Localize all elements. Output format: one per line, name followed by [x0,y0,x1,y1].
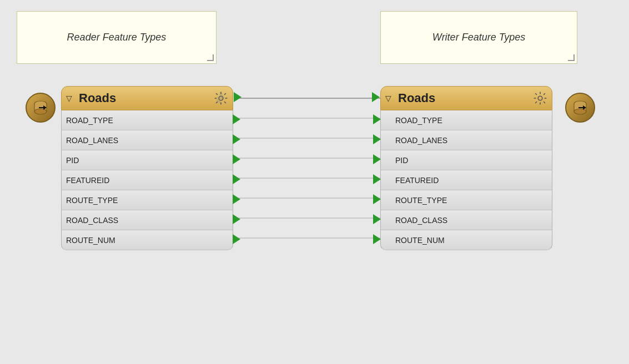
reader-attr-pid: PID [61,150,233,170]
writer-attr-label-featureid: FEATUREID [385,176,547,185]
reader-header-arrow [234,92,241,104]
writer-attr-label-road-type: ROAD_TYPE [385,116,547,125]
reader-attr-arrow-road-lanes [233,134,240,146]
writer-attr-road-type: ROAD_TYPE [380,110,552,130]
reader-database-icon[interactable] [26,93,56,123]
reader-attr-arrow-route-num [233,234,240,246]
svg-point-10 [34,109,47,114]
reader-attr-label-featureid: FEATUREID [66,176,228,185]
reader-attr-route-num: ROUTE_NUM [61,230,233,250]
reader-attr-label-road-type: ROAD_TYPE [66,116,228,125]
reader-attr-arrow-road-type [233,114,240,127]
reader-attr-label-road-class: ROAD_CLASS [66,216,228,225]
reader-gear-icon[interactable] [214,91,228,105]
writer-attr-label-route-type: ROUTE_TYPE [385,196,547,205]
writer-attr-label-road-class: ROAD_CLASS [385,216,547,225]
reader-attr-label-pid: PID [66,156,228,165]
reader-attr-road-lanes: ROAD_LANES [61,130,233,150]
writer-attr-arrow-route-type [373,194,381,206]
reader-feature-types-label: Reader Feature Types [17,11,217,64]
writer-attr-label-road-lanes: ROAD_LANES [385,136,547,145]
writer-attr-arrow-featureid [373,174,381,186]
writer-attr-arrow-route-num [373,234,381,246]
writer-block-title: Roads [394,91,533,105]
writer-collapse-icon[interactable]: ▽ [385,94,391,103]
reader-attr-label-route-num: ROUTE_NUM [66,236,228,245]
reader-attr-label-route-type: ROUTE_TYPE [66,196,228,205]
writer-gear-icon[interactable] [533,91,547,105]
reader-attr-arrow-route-type [233,194,240,206]
reader-header-text: Reader Feature Types [67,32,167,43]
writer-attr-road-lanes: ROAD_LANES [380,130,552,150]
reader-feature-header[interactable]: ▽ Roads [61,86,233,110]
writer-feature-header[interactable]: ▽ Roads [380,86,552,110]
svg-point-15 [538,96,542,100]
reader-attr-arrow-road-class [233,214,240,226]
canvas: Reader Feature Types Writer Feature Type… [0,0,629,364]
writer-database-icon[interactable] [565,93,595,123]
db-cylinder-writer [572,99,588,116]
writer-attr-arrow-road-lanes [373,134,381,146]
writer-attr-arrow-road-type [373,114,381,127]
writer-feature-types-label: Writer Feature Types [380,11,577,64]
writer-attr-route-type: ROUTE_TYPE [380,190,552,210]
writer-attr-label-pid: PID [385,156,547,165]
writer-attr-arrow-road-class [373,214,381,226]
writer-attr-pid: PID [380,150,552,170]
reader-attr-label-road-lanes: ROAD_LANES [66,136,228,145]
writer-feature-block: ▽ Roads ROAD_TYPE ROAD_LANES PID FEATURE… [380,86,552,250]
writer-attr-road-class: ROAD_CLASS [380,210,552,230]
writer-header-arrow-in [372,92,380,104]
writer-header-text: Writer Feature Types [432,32,526,43]
writer-attr-label-route-num: ROUTE_NUM [385,236,547,245]
reader-feature-block: ▽ Roads ROAD_TYPE ROAD_LANES PID [61,86,233,250]
svg-point-18 [574,109,586,114]
reader-block-title: Roads [74,91,214,105]
reader-attr-arrow-pid [233,154,240,166]
reader-attr-road-type: ROAD_TYPE [61,110,233,130]
reader-attr-arrow-featureid [233,174,240,186]
reader-attr-route-type: ROUTE_TYPE [61,190,233,210]
writer-attr-arrow-pid [373,154,381,166]
writer-attr-featureid: FEATUREID [380,170,552,190]
reader-collapse-icon[interactable]: ▽ [66,94,72,103]
db-cylinder-reader [32,99,49,116]
reader-attr-featureid: FEATUREID [61,170,233,190]
writer-attr-route-num: ROUTE_NUM [380,230,552,250]
reader-attr-road-class: ROAD_CLASS [61,210,233,230]
